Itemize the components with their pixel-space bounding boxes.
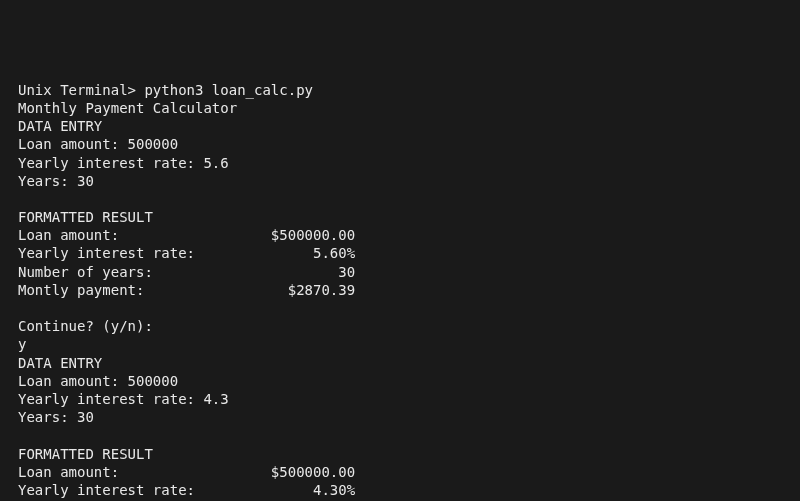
terminal-output[interactable]: Unix Terminal> python3 loan_calc.pyMonth… [18, 81, 782, 501]
result-monthly-payment: Montly payment: $2870.39 [18, 281, 782, 299]
section-header-result: FORMATTED RESULT [18, 445, 782, 463]
input-loan-amount: Loan amount: 500000 [18, 135, 782, 153]
blank-line [18, 299, 782, 317]
input-years: Years: 30 [18, 408, 782, 426]
blank-line [18, 426, 782, 444]
section-header-result: FORMATTED RESULT [18, 208, 782, 226]
input-loan-amount: Loan amount: 500000 [18, 372, 782, 390]
input-yearly-rate: Yearly interest rate: 5.6 [18, 154, 782, 172]
input-yearly-rate: Yearly interest rate: 4.3 [18, 390, 782, 408]
result-loan-amount: Loan amount: $500000.00 [18, 463, 782, 481]
continue-prompt: Continue? (y/n): [18, 317, 782, 335]
section-header-data-entry: DATA ENTRY [18, 354, 782, 372]
continue-answer: y [18, 335, 782, 353]
command-line: Unix Terminal> python3 loan_calc.py [18, 81, 782, 99]
result-yearly-rate: Yearly interest rate: 5.60% [18, 244, 782, 262]
input-years: Years: 30 [18, 172, 782, 190]
program-title: Monthly Payment Calculator [18, 99, 782, 117]
result-num-years: Number of years: 30 [18, 263, 782, 281]
section-header-data-entry: DATA ENTRY [18, 117, 782, 135]
result-loan-amount: Loan amount: $500000.00 [18, 226, 782, 244]
blank-line [18, 190, 782, 208]
result-yearly-rate: Yearly interest rate: 4.30% [18, 481, 782, 499]
